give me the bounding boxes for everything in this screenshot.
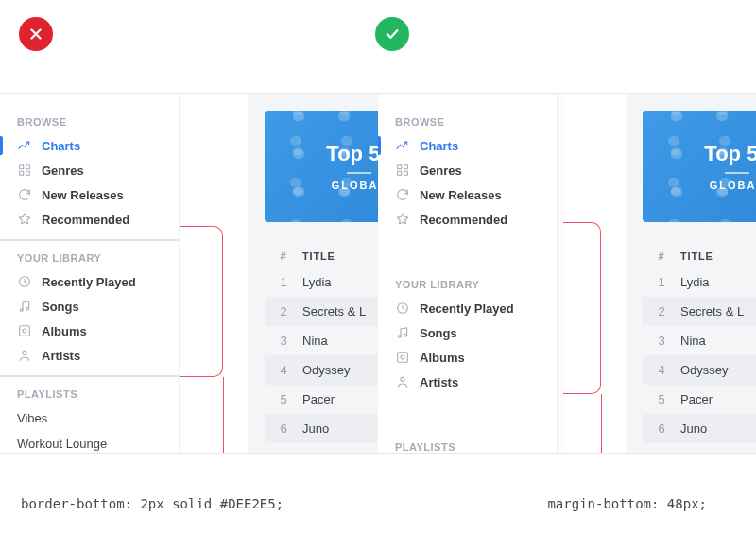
clock-icon <box>395 301 410 316</box>
sidebar-item-songs[interactable]: Songs <box>378 320 557 345</box>
sidebar-item-label: Charts <box>42 139 80 153</box>
svg-rect-12 <box>398 171 402 175</box>
svg-rect-17 <box>398 353 408 363</box>
table-row[interactable]: 6Juno <box>265 414 378 443</box>
col-number: # <box>265 250 302 262</box>
grid-icon <box>395 163 410 178</box>
star-icon <box>395 212 410 227</box>
caption-bad: border-bottom: 2px solid #DEE2E5; <box>21 496 284 511</box>
section-title-browse: BROWSE <box>378 105 557 133</box>
sidebar-item-label: Genres <box>420 164 462 178</box>
svg-rect-10 <box>398 165 402 169</box>
sidebar-item-genres[interactable]: Genres <box>0 158 179 182</box>
table-row[interactable]: 2Secrets & L <box>643 297 756 326</box>
section-title-library: YOUR LIBRARY <box>0 241 179 269</box>
col-title: TITLE <box>680 250 756 262</box>
sidebar-item-label: Albums <box>420 351 465 365</box>
hero-subtitle: GLOBAL <box>710 180 756 191</box>
table-row[interactable]: 4Odyssey <box>643 355 756 385</box>
sidebar-item-label: Charts <box>420 139 458 153</box>
table-row[interactable]: 1Lydia <box>643 267 756 297</box>
sidebar-item-artists[interactable]: Artists <box>378 370 557 394</box>
svg-point-16 <box>404 334 407 336</box>
comparison-panels: BROWSE Charts Genres New Releases Recomm… <box>0 93 756 454</box>
svg-rect-13 <box>404 171 407 175</box>
section-playlists: PLAYLISTS Vibes Workout Lounge <box>0 377 179 453</box>
table-row[interactable]: 6Juno <box>643 414 756 443</box>
svg-rect-2 <box>20 171 24 175</box>
status-bad-icon <box>19 17 53 51</box>
sidebar-item-artists[interactable]: Artists <box>0 343 179 368</box>
star-icon <box>17 212 32 227</box>
user-icon <box>395 374 410 389</box>
svg-point-5 <box>20 309 23 312</box>
svg-rect-7 <box>20 326 30 336</box>
table-row[interactable]: 5Pacer <box>265 385 378 414</box>
track-table: # TITLE 1Lydia 2Secrets & L 3Nina 4Odyss… <box>643 245 756 443</box>
chart-icon <box>17 138 32 153</box>
caption-good: margin-bottom: 48px; <box>547 496 707 511</box>
example-good: BROWSE Charts Genres New Releases Recomm… <box>378 94 756 453</box>
svg-point-18 <box>401 355 404 359</box>
sidebar-item-recommended[interactable]: Recommended <box>378 207 557 232</box>
table-row[interactable]: 3Nina <box>265 326 378 355</box>
sidebar-item-label: Artists <box>420 375 458 389</box>
sidebar-item-recommended[interactable]: Recommended <box>0 207 179 232</box>
table-row[interactable]: 1Lydia <box>265 267 378 297</box>
svg-rect-11 <box>404 165 407 169</box>
sidebar-item-recently-played[interactable]: Recently Played <box>378 296 557 320</box>
table-row[interactable]: 4Odyssey <box>265 355 378 385</box>
col-title: TITLE <box>302 250 378 262</box>
hero-title: Top 50 <box>326 142 378 166</box>
hero-card[interactable]: Top 50 GLOBAL <box>265 111 378 222</box>
sidebar-item-label: Recently Played <box>420 301 514 316</box>
svg-point-19 <box>401 377 404 381</box>
table-row[interactable]: 3Nina <box>643 326 756 355</box>
note-icon <box>395 325 410 340</box>
svg-point-6 <box>26 307 29 310</box>
sidebar-item-label: New Releases <box>420 188 502 202</box>
annotation-tail-bad <box>223 377 224 453</box>
sidebar-item-new-releases[interactable]: New Releases <box>0 182 179 207</box>
disc-icon <box>17 323 32 338</box>
sidebar-item-charts[interactable]: Charts <box>0 133 179 158</box>
sidebar-item-label: Albums <box>42 324 87 338</box>
sidebar-item-albums[interactable]: Albums <box>0 319 179 343</box>
sidebar-item-label: Genres <box>42 164 84 178</box>
section-library: YOUR LIBRARY Recently Played Songs Album… <box>0 241 179 377</box>
annotation-bracket-bad <box>180 226 223 377</box>
grid-icon <box>17 163 32 178</box>
svg-rect-0 <box>20 165 24 169</box>
hero-card[interactable]: Top 50 GLOBAL <box>643 111 756 222</box>
sidebar-item-new-releases[interactable]: New Releases <box>378 182 557 207</box>
playlist-item-vibes[interactable]: Vibes <box>0 405 179 431</box>
sidebar-item-label: Artists <box>42 349 80 363</box>
playlist-item-workout[interactable]: Workout Lounge <box>0 431 179 453</box>
chart-icon <box>395 138 410 153</box>
svg-point-8 <box>23 329 26 333</box>
disc-icon <box>395 350 410 365</box>
sidebar-item-charts[interactable]: Charts <box>378 133 557 158</box>
annotation-tail-good <box>601 394 602 453</box>
section-playlists: PLAYLISTS Vibes <box>378 430 557 453</box>
sidebar-item-albums[interactable]: Albums <box>378 345 557 370</box>
svg-rect-3 <box>26 171 29 175</box>
clock-icon <box>17 274 32 289</box>
table-row[interactable]: 2Secrets & L <box>265 297 378 326</box>
sidebar-item-label: Recommended <box>420 213 507 227</box>
svg-rect-1 <box>26 165 29 169</box>
example-bad: BROWSE Charts Genres New Releases Recomm… <box>0 94 378 453</box>
hero-subtitle: GLOBAL <box>332 180 378 191</box>
section-title-playlists: PLAYLISTS <box>0 377 179 405</box>
sidebar-bad: BROWSE Charts Genres New Releases Recomm… <box>0 94 180 453</box>
status-good-icon <box>375 17 409 51</box>
track-table: # TITLE 1Lydia 2Secrets & L 3Nina 4Odyss… <box>265 245 378 443</box>
section-browse: BROWSE Charts Genres New Releases Recomm… <box>378 105 557 232</box>
sidebar-item-genres[interactable]: Genres <box>378 158 557 182</box>
section-title-playlists: PLAYLISTS <box>378 430 557 453</box>
sidebar-item-recently-played[interactable]: Recently Played <box>0 269 179 294</box>
sidebar-item-songs[interactable]: Songs <box>0 294 179 319</box>
svg-point-15 <box>398 336 401 338</box>
col-number: # <box>643 250 680 262</box>
table-row[interactable]: 5Pacer <box>643 385 756 414</box>
